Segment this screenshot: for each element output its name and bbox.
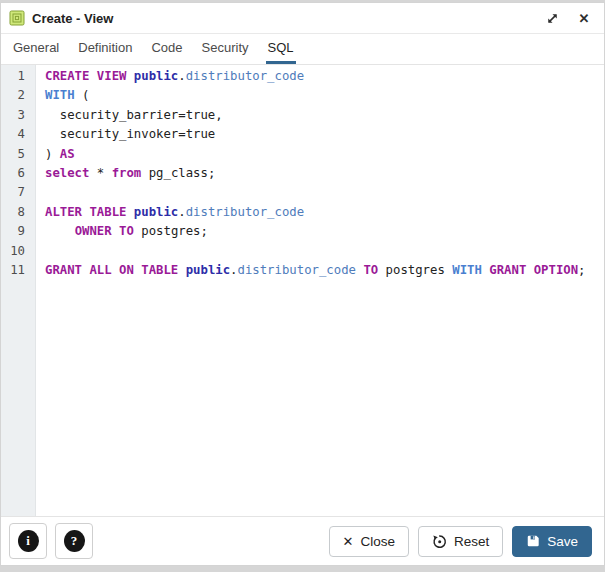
code-line: GRANT ALL ON TABLE public.distributor_co… — [45, 261, 604, 280]
tab-general[interactable]: General — [11, 34, 61, 64]
line-number: 11 — [1, 261, 25, 280]
line-number: 3 — [1, 106, 25, 125]
line-number: 6 — [1, 164, 25, 183]
dialog-footer: Close Reset Save — [1, 516, 604, 565]
code-line: WITH ( — [45, 86, 604, 105]
tab-sql[interactable]: SQL — [266, 34, 296, 64]
reset-button[interactable]: Reset — [418, 526, 503, 557]
code-line — [45, 242, 604, 261]
dialog-titlebar: Create - View — [1, 3, 604, 34]
line-number: 8 — [1, 203, 25, 222]
tab-security[interactable]: Security — [200, 34, 251, 64]
line-number: 1 — [1, 67, 25, 86]
expand-diagonal-icon[interactable] — [544, 10, 560, 26]
code-line: ) AS — [45, 145, 604, 164]
line-number: 7 — [1, 183, 25, 202]
save-button-label: Save — [547, 534, 578, 549]
code-line: security_invoker=true — [45, 125, 604, 144]
close-button-label: Close — [360, 534, 395, 549]
code-line: ALTER TABLE public.distributor_code — [45, 203, 604, 222]
line-number: 9 — [1, 222, 25, 241]
close-x-icon[interactable] — [576, 10, 592, 26]
tab-definition[interactable]: Definition — [76, 34, 134, 64]
sql-editor[interactable]: 1234567891011 CREATE VIEW public.distrib… — [1, 65, 604, 516]
code-line: CREATE VIEW public.distributor_code — [45, 67, 604, 86]
view-icon — [9, 10, 25, 26]
tab-code[interactable]: Code — [149, 34, 184, 64]
help-button[interactable] — [55, 523, 93, 559]
titlebar-controls — [544, 10, 592, 26]
line-number: 2 — [1, 86, 25, 105]
code-line: OWNER TO postgres; — [45, 222, 604, 241]
code-line — [45, 183, 604, 202]
code-line: select * from pg_class; — [45, 164, 604, 183]
line-number-gutter: 1234567891011 — [1, 65, 36, 516]
reset-icon — [432, 534, 447, 549]
info-button[interactable] — [9, 523, 47, 559]
question-circle-icon — [64, 530, 85, 552]
reset-button-label: Reset — [454, 534, 489, 549]
save-button[interactable]: Save — [512, 526, 592, 557]
dialog-title: Create - View — [32, 11, 113, 26]
dialog-tabs: GeneralDefinitionCodeSecuritySQL — [1, 34, 604, 65]
line-number: 5 — [1, 145, 25, 164]
close-x-button-icon — [343, 534, 354, 549]
close-button[interactable]: Close — [329, 526, 409, 557]
info-circle-icon — [18, 530, 39, 552]
line-number: 10 — [1, 242, 25, 261]
create-view-dialog: Create - View GeneralDefinitionCodeSecur… — [0, 2, 605, 566]
line-number: 4 — [1, 125, 25, 144]
sql-code-area[interactable]: CREATE VIEW public.distributor_codeWITH … — [36, 65, 604, 516]
save-icon — [526, 534, 540, 548]
code-line: security_barrier=true, — [45, 106, 604, 125]
